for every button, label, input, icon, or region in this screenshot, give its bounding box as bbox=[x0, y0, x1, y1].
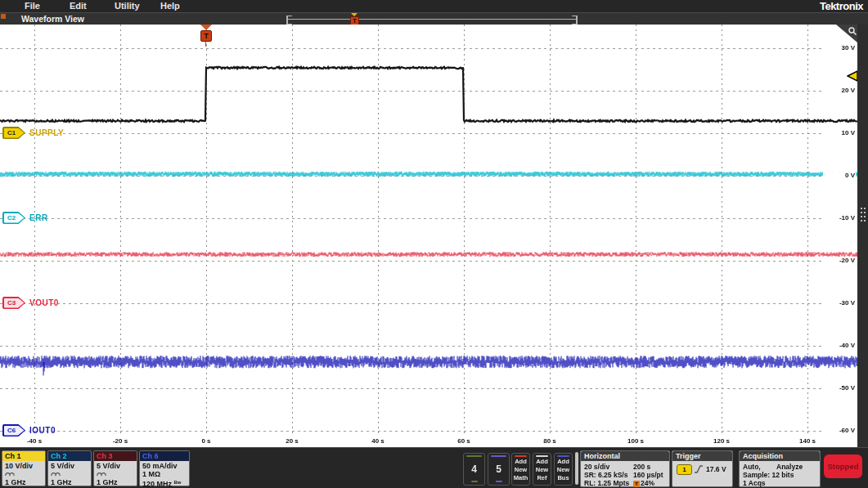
channel-name-iout0[interactable]: IOUT0 bbox=[29, 426, 56, 435]
tab-waveform-view[interactable]: Waveform View bbox=[21, 14, 84, 24]
acquisition-panel[interactable]: Acquisition Auto, Analyze Sample: 12 bit… bbox=[739, 450, 821, 487]
trigger-level: 17.6 V bbox=[706, 465, 726, 473]
acquisition-title: Acquisition bbox=[740, 451, 820, 461]
trigger-panel[interactable]: Trigger 1 17.6 V bbox=[672, 450, 733, 487]
add-new-bus-button[interactable]: AddNewBus bbox=[554, 453, 573, 486]
tektronix-logo: Tektronix bbox=[820, 0, 863, 12]
ch2-bandwidth: 1 GHz bbox=[51, 478, 88, 486]
add-new-math-button[interactable]: AddNewMath bbox=[511, 453, 530, 486]
ch5-number: 5 bbox=[488, 463, 509, 475]
ref-accent bbox=[536, 455, 548, 457]
ch3-bandwidth: 1 GHz bbox=[97, 478, 134, 486]
acquisition-analyze: Analyze bbox=[776, 463, 803, 471]
channel-badge-c3[interactable]: C3 bbox=[2, 297, 25, 309]
ch1-settings: 10 V/div 1 GHz bbox=[2, 461, 45, 487]
y-axis-label: -60 V bbox=[823, 427, 856, 434]
ch3-header: Ch 3 bbox=[94, 451, 137, 461]
overview-line bbox=[286, 19, 578, 20]
channel-badge-c1[interactable]: C1 bbox=[2, 127, 25, 139]
ch5-accent bbox=[491, 455, 506, 457]
waveform-canvas[interactable] bbox=[0, 25, 857, 447]
settings-bar: Ch 1 10 V/div 1 GHz Ch 2 5 V/div 1 GHz C… bbox=[0, 447, 868, 488]
add-new-math-label: AddNewMath bbox=[512, 458, 529, 482]
ch2-scale: 5 V/div bbox=[51, 462, 88, 470]
x-axis-label: -20 s bbox=[102, 437, 138, 445]
channel-name-vout0[interactable]: VOUT0 bbox=[29, 298, 59, 307]
rising-edge-icon bbox=[694, 464, 704, 474]
horizontal-rl: RL: 1.25 Mpts bbox=[584, 479, 629, 487]
bw-limit-icon: Bw bbox=[174, 480, 182, 485]
channel-badge-ch1[interactable]: Ch 1 10 V/div 1 GHz bbox=[2, 450, 46, 486]
overview-left-bracket bbox=[286, 16, 292, 25]
x-axis-label: 140 s bbox=[789, 437, 825, 445]
horizontal-trigger-position: T24% bbox=[633, 479, 654, 487]
y-axis-label: -50 V bbox=[823, 384, 856, 392]
menu-utility[interactable]: Utility bbox=[115, 1, 140, 11]
trigger-source-badge: 1 bbox=[677, 464, 692, 475]
channel-badge-c6[interactable]: C6 bbox=[2, 424, 25, 437]
horizontal-sr: SR: 6.25 kS/s bbox=[584, 471, 627, 479]
acquisition-sample: Sample: 12 bits bbox=[743, 471, 794, 479]
add-new-bus-label: AddNewBus bbox=[555, 458, 572, 482]
y-axis-label: 20 V bbox=[823, 87, 856, 94]
channel-name-supply[interactable]: SUPPLY bbox=[29, 128, 64, 137]
trigger-position-marker[interactable]: T bbox=[200, 25, 214, 47]
channel-button-5[interactable]: 5 bbox=[488, 453, 510, 486]
x-axis-label: 60 s bbox=[446, 437, 482, 445]
overview-trigger-marker[interactable]: T bbox=[350, 13, 359, 25]
channel-badge-c2[interactable]: C2 bbox=[2, 212, 25, 224]
channel-name-err[interactable]: ERR bbox=[29, 213, 48, 222]
acquisition-mode: Auto, bbox=[743, 463, 761, 471]
ch2-header: Ch 2 bbox=[48, 451, 91, 461]
y-axis-label: 10 V bbox=[823, 129, 856, 137]
y-axis-label: -40 V bbox=[823, 342, 856, 349]
y-axis-label: 0 V bbox=[823, 172, 856, 179]
trigger-title: Trigger bbox=[672, 451, 732, 461]
ch4-accent-mark bbox=[471, 481, 478, 482]
menu-edit[interactable]: Edit bbox=[70, 1, 87, 11]
horizontal-panel[interactable]: Horizontal 20 s/div SR: 6.25 kS/s RL: 1.… bbox=[580, 450, 670, 487]
results-drawer-handle[interactable] bbox=[860, 207, 866, 223]
run-stop-button[interactable]: Stopped bbox=[824, 454, 862, 478]
trigger-triangle-icon bbox=[200, 25, 212, 30]
record-overview-bar[interactable]: T bbox=[286, 16, 578, 23]
c3-badge-label: C3 bbox=[2, 297, 20, 309]
menu-help[interactable]: Help bbox=[160, 1, 180, 11]
c1-badge-label: C1 bbox=[2, 127, 20, 139]
tab-accent-mark bbox=[1, 14, 6, 19]
ch6-impedance: 1 MΩ bbox=[142, 470, 187, 478]
ch6-header: Ch 6 bbox=[140, 451, 189, 461]
ch2-settings: 5 V/div 1 GHz bbox=[48, 461, 91, 487]
magnifier-icon bbox=[848, 26, 857, 36]
ch3-settings: 5 V/div 1 GHz bbox=[94, 461, 137, 487]
menu-bar: File Edit Utility Help Tektronix bbox=[0, 0, 868, 12]
y-axis-label: 30 V bbox=[823, 44, 856, 51]
c2-badge-label: C2 bbox=[2, 212, 20, 224]
trigger-position-icon: T bbox=[633, 481, 640, 487]
ch4-number: 4 bbox=[464, 463, 484, 475]
menu-file[interactable]: File bbox=[25, 1, 40, 11]
channel-button-4[interactable]: 4 bbox=[463, 453, 485, 486]
horizontal-resolution: 160 µs/pt bbox=[633, 471, 663, 479]
overview-right-bracket bbox=[572, 16, 578, 25]
add-new-ref-button[interactable]: AddNewRef bbox=[533, 453, 551, 486]
waveform-view: T C1 SUPPLY C2 ERR C3 VOUT0 C6 IOUT0 bbox=[0, 25, 857, 447]
x-axis-label: -40 s bbox=[16, 437, 52, 445]
ch1-header: Ch 1 bbox=[2, 451, 45, 461]
channel-badge-ch2[interactable]: Ch 2 5 V/div 1 GHz bbox=[47, 450, 92, 486]
channel-badge-ch3[interactable]: Ch 3 5 V/div 1 GHz bbox=[93, 450, 137, 486]
probe-icon bbox=[51, 470, 88, 478]
y-axis-label: -20 V bbox=[823, 257, 856, 264]
horizontal-window: 200 s bbox=[633, 463, 650, 471]
ch6-scale: 50 mA/div bbox=[142, 462, 187, 470]
ch1-bandwidth: 1 GHz bbox=[5, 478, 43, 486]
x-axis-label: 80 s bbox=[532, 437, 568, 445]
x-axis-label: 40 s bbox=[360, 437, 396, 445]
ch4-accent bbox=[466, 455, 482, 457]
bottom-bar-divider[interactable] bbox=[575, 452, 578, 485]
y-axis-label: -30 V bbox=[823, 299, 856, 307]
channel-badge-ch6[interactable]: Ch 6 50 mA/div 1 MΩ 120 MHz Bw bbox=[139, 450, 190, 486]
c6-badge-label: C6 bbox=[2, 424, 20, 437]
probe-icon bbox=[97, 470, 134, 478]
y-axis-label: -10 V bbox=[823, 214, 856, 222]
